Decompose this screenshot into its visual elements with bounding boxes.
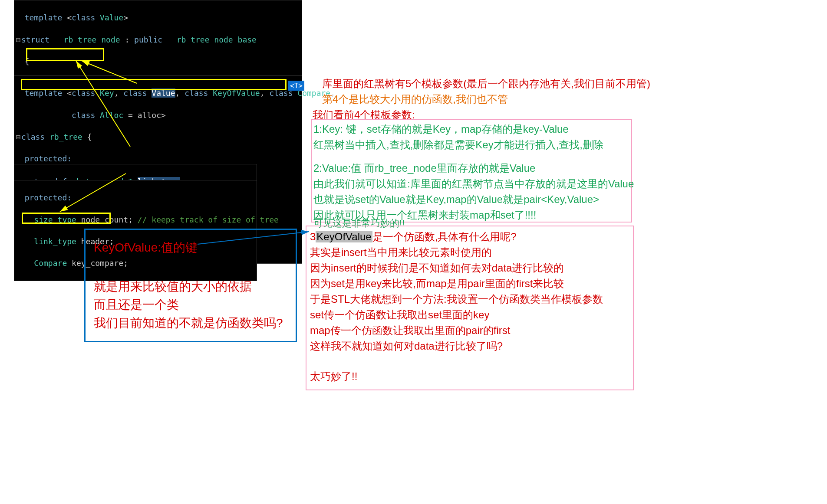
type-base: __rb_tree_node_base (167, 35, 257, 44)
anno-b3: 就是用来比较值的大小的依据 (94, 278, 252, 296)
kw-class2b: class (123, 88, 147, 98)
anno-b5: 我们目前知道的不就是仿函数类吗? (94, 314, 283, 332)
type-rbtn: __rb_tree_node (54, 35, 120, 44)
anno-p10: 这样我不就知道如何对data进行比较了吗? (310, 338, 503, 354)
type-kov: KeyOfValue (213, 88, 260, 98)
eq: = (123, 111, 138, 120)
anno-b4: 而且还是一个类 (94, 296, 179, 314)
type-rbtree: rb_tree (49, 132, 82, 141)
anno-p7: 于是STL大佬就想到一个方法:我设置一个仿函数类当作模板参数 (310, 291, 603, 307)
p3-post: 是一个仿函数,具体有什么用呢? (372, 231, 517, 242)
anno-g3: 2:Value:值 而rb_tree_node里面存放的就是Value (313, 160, 535, 176)
kw-template: template (25, 13, 63, 22)
anno-b1: KeyOfValue:值的键 (94, 239, 198, 257)
comment-1: // keeps track of size of tree (138, 215, 279, 224)
kw-public: public (134, 35, 162, 44)
type-value: Value (100, 13, 123, 22)
kw-protected: protected: (25, 154, 72, 163)
type-lt2: link_type (34, 237, 76, 246)
anno-p3: 3KeyOfValue是一个仿函数,具体有什么用呢? (310, 229, 517, 245)
anno-g4: 由此我们就可以知道:库里面的红黑树节点当中存放的就是这里的Value (313, 176, 634, 192)
type-st: size_type (34, 215, 76, 224)
anno-p4: 其实是insert当中用来比较元素时使用的 (310, 245, 492, 260)
kw-class2e: class (72, 111, 95, 120)
sel-value: Value (152, 88, 175, 98)
type-compare2: Compare (34, 259, 67, 268)
anno-p8: set传一个仿函数让我取出set里面的key (310, 307, 489, 323)
anno-r2: 第4个是比较大小用的仿函数,我们也不管 (322, 92, 508, 107)
anno-p12: 太巧妙了!! (310, 369, 357, 384)
type-key: Key (100, 88, 114, 98)
kw-template2: template (25, 88, 63, 98)
template-badge: <T> (288, 81, 304, 91)
anno-g5: 也就是说set的Value就是Key,map的Value就是pair<Key,V… (313, 192, 599, 207)
anno-p9: map传一个仿函数让我取出里面的pair的first (310, 323, 510, 338)
kw-struct: struct (21, 35, 49, 44)
anno-r1: 库里面的红黑树有5个模板参数(最后一个跟内存池有关,我们目前不用管) (322, 76, 650, 92)
anno-p5: 因为insert的时候我们是不知道如何去对data进行比较的 (310, 260, 564, 276)
p3-prefix: 3 (310, 231, 316, 242)
kw-protected2: protected: (25, 193, 72, 202)
ident-nc: node_count (81, 215, 128, 224)
type-alloc: Alloc (100, 111, 123, 120)
ident-alloc: alloc (138, 111, 161, 120)
kw-class3: class (21, 132, 45, 141)
kw-class2a: class (72, 88, 95, 98)
anno-g2: 红黑树当中插入,查找,删除都是需要Key才能进行插入,查找,删除 (313, 137, 603, 153)
kw-class2c: class (185, 88, 208, 98)
anno-g1: 1:Key: 键，set存储的就是Key，map存储的是key-Value (313, 121, 569, 137)
kw-class: class (72, 13, 95, 22)
anno-p6: 因为set是用key来比较,而map是用pair里面的first来比较 (310, 276, 564, 291)
p3-kov: KeyOfValue (316, 231, 372, 242)
